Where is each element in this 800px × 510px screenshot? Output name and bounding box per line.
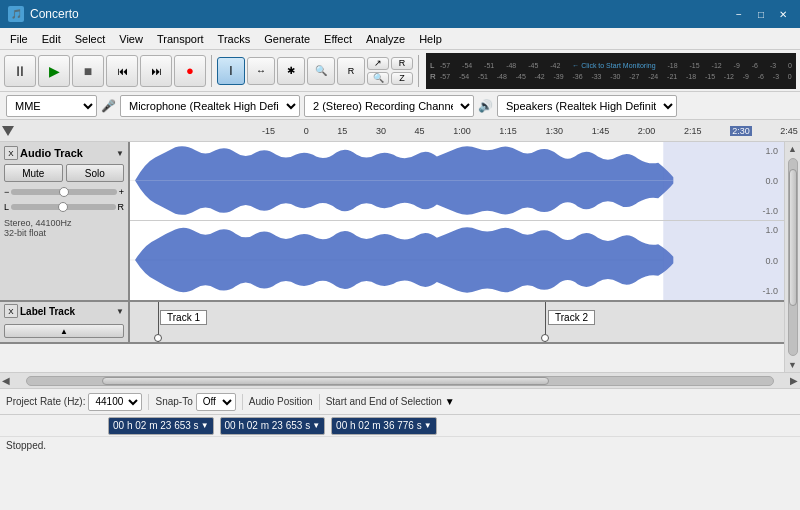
audio-host-select[interactable]: MME DirectSound WASAPI — [6, 95, 97, 117]
vscroll-track[interactable] — [788, 158, 798, 356]
menu-analyze[interactable]: Analyze — [360, 31, 411, 47]
gain-slider[interactable] — [11, 189, 116, 195]
skip-start-button[interactable]: ⏮ — [106, 55, 138, 87]
menu-select[interactable]: Select — [69, 31, 112, 47]
tool-extra-2[interactable]: R — [391, 57, 413, 70]
maximize-button[interactable]: □ — [752, 6, 770, 22]
label1-pin — [158, 302, 159, 342]
close-button[interactable]: ✕ — [774, 6, 792, 22]
waveform-ch2 — [130, 221, 784, 300]
label-track-area[interactable]: Track 1 Track 2 — [130, 302, 784, 342]
menu-tracks[interactable]: Tracks — [212, 31, 257, 47]
selection-start-arrow[interactable]: ▼ — [312, 421, 320, 430]
ch1-top-label: 1.0 — [765, 146, 778, 156]
mute-button[interactable]: Mute — [4, 164, 63, 182]
status-sep-3 — [319, 394, 320, 410]
audio-track: X Audio Track ▼ Mute Solo − + L — [0, 142, 784, 302]
label-track-menu-arrow[interactable]: ▼ — [116, 307, 124, 316]
hscroll-right[interactable]: ▶ — [790, 375, 798, 386]
mic-select[interactable]: Microphone (Realtek High Defi... — [120, 95, 300, 117]
speaker-icon: 🔊 — [478, 99, 493, 113]
pan-slider[interactable] — [11, 204, 115, 210]
label-tag-2[interactable]: Track 2 — [548, 310, 595, 325]
mic-icon: 🎤 — [101, 99, 116, 113]
speaker-select[interactable]: Speakers (Realtek High Definiti — [497, 95, 677, 117]
menu-generate[interactable]: Generate — [258, 31, 316, 47]
main-content-row: X Audio Track ▼ Mute Solo − + L — [0, 142, 800, 372]
menu-transport[interactable]: Transport — [151, 31, 210, 47]
label-track-close[interactable]: X — [4, 304, 18, 318]
menu-file[interactable]: File — [4, 31, 34, 47]
toolbar-transport: ⏸ ▶ ■ ⏮ ⏭ ● I ↔ ✱ 🔍 R ↗ R 🔍 Z L -57-54-5… — [0, 50, 800, 92]
ch1-mid-label: 0.0 — [765, 176, 778, 186]
project-rate-select[interactable]: 44100 48000 96000 — [88, 393, 142, 411]
vscroll-down[interactable]: ▼ — [786, 358, 799, 372]
ruler-mark: 1:15 — [499, 126, 517, 136]
audio-track-close[interactable]: X — [4, 146, 18, 160]
pan-l-label: L — [4, 202, 9, 212]
tool-extra-4[interactable]: Z — [391, 72, 413, 85]
snap-to-label: Snap-To — [155, 396, 192, 407]
ruler-mark: 2:00 — [638, 126, 656, 136]
menu-bar: File Edit Select View Transport Tracks G… — [0, 28, 800, 50]
audio-position-value[interactable]: 00 h 02 m 23 653 s ▼ — [108, 417, 214, 435]
minimize-button[interactable]: − — [730, 6, 748, 22]
selection-dropdown-arrow[interactable]: ▼ — [445, 396, 455, 407]
skip-end-button[interactable]: ⏭ — [140, 55, 172, 87]
selection-end-value[interactable]: 00 h 02 m 36 776 s ▼ — [331, 417, 437, 435]
pause-button[interactable]: ⏸ — [4, 55, 36, 87]
label2-pin — [545, 302, 546, 342]
click-to-monitor[interactable]: ← Click to Start Monitoring — [572, 62, 655, 69]
ch1-bot-label: -1.0 — [762, 206, 778, 216]
vertical-scrollbar[interactable]: ▲ ▼ — [784, 142, 800, 372]
label-tag-1[interactable]: Track 1 — [160, 310, 207, 325]
label-track-controls: X Label Track ▼ ▲ — [0, 302, 130, 342]
tool-extra-3[interactable]: 🔍 — [367, 72, 389, 85]
hscroll-track[interactable] — [26, 376, 774, 386]
tracks-area: X Audio Track ▼ Mute Solo − + L — [0, 142, 784, 372]
vscroll-thumb[interactable] — [789, 169, 797, 306]
status-bar: Project Rate (Hz): 44100 48000 96000 Sna… — [0, 388, 800, 414]
selection-end-arrow[interactable]: ▼ — [424, 421, 432, 430]
app-icon: 🎵 — [8, 6, 24, 22]
toolbar-separator-2 — [418, 55, 419, 87]
audio-waveform-area[interactable]: 1.0 0.0 -1.0 1.0 0.0 -1 — [130, 142, 784, 300]
menu-view[interactable]: View — [113, 31, 149, 47]
status-sep-1 — [148, 394, 149, 410]
zoom-tool-btn[interactable]: 🔍 — [307, 57, 335, 85]
r-tool-btn[interactable]: R — [337, 57, 365, 85]
audio-position-arrow[interactable]: ▼ — [201, 421, 209, 430]
menu-effect[interactable]: Effect — [318, 31, 358, 47]
tool-extra-1[interactable]: ↗ — [367, 57, 389, 70]
menu-edit[interactable]: Edit — [36, 31, 67, 47]
audio-track-name: Audio Track — [20, 147, 114, 159]
ch2-bot-label: -1.0 — [762, 286, 778, 296]
ruler-mark: 2:45 — [780, 126, 798, 136]
hscroll-left[interactable]: ◀ — [2, 375, 10, 386]
selection-tool-btn[interactable]: I — [217, 57, 245, 85]
solo-button[interactable]: Solo — [66, 164, 125, 182]
gain-plus: + — [119, 187, 124, 197]
title-bar: 🎵 Concerto − □ ✕ — [0, 0, 800, 28]
record-button[interactable]: ● — [174, 55, 206, 87]
label-track-up[interactable]: ▲ — [4, 324, 124, 338]
snap-to-select[interactable]: Off On — [196, 393, 236, 411]
toolbar-separator-1 — [211, 55, 212, 87]
play-button[interactable]: ▶ — [38, 55, 70, 87]
channels-select[interactable]: 2 (Stereo) Recording Channels — [304, 95, 474, 117]
audio-track-menu-arrow[interactable]: ▼ — [116, 149, 124, 158]
vscroll-up[interactable]: ▲ — [786, 142, 799, 156]
hscroll-thumb[interactable] — [102, 377, 550, 385]
stop-button[interactable]: ■ — [72, 55, 104, 87]
menu-help[interactable]: Help — [413, 31, 448, 47]
time-shift-tool-btn[interactable]: ↔ — [247, 57, 275, 85]
vu-r-label: R — [430, 72, 438, 81]
audio-position-label: Audio Position — [249, 396, 313, 407]
draw-tool-btn[interactable]: ✱ — [277, 57, 305, 85]
ruler-mark: 45 — [415, 126, 425, 136]
horizontal-scrollbar[interactable]: ◀ ▶ — [0, 372, 800, 388]
vu-meter[interactable]: L -57-54-51-48-45-42 ← Click to Start Mo… — [426, 53, 796, 89]
timeline-cursor[interactable] — [2, 126, 14, 136]
gain-minus: − — [4, 187, 9, 197]
selection-start-value[interactable]: 00 h 02 m 23 653 s ▼ — [220, 417, 326, 435]
